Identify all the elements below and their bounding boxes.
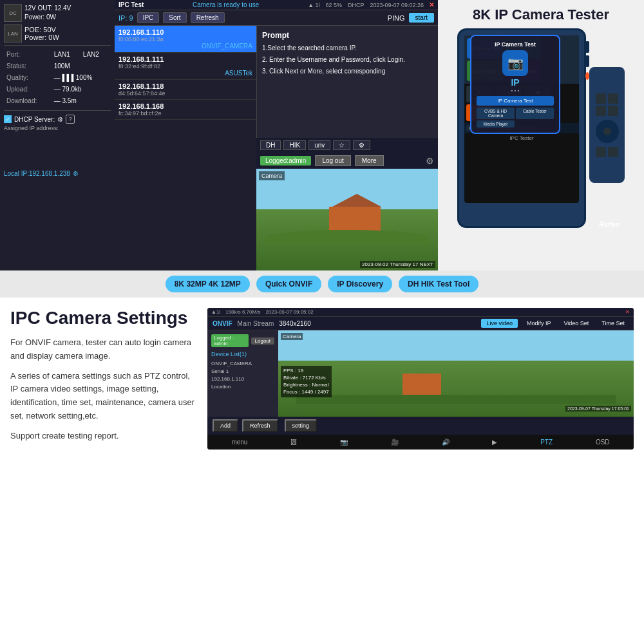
proto-gear[interactable]: ⚙ [353, 140, 370, 150]
modify-ip-btn[interactable]: Modify IP [523, 319, 555, 328]
nav-photo[interactable]: 📷 [336, 437, 352, 447]
btn-5[interactable] [596, 147, 606, 157]
logout-button[interactable]: Log out [315, 155, 350, 166]
onvif-datarate: 198k/s 6.70M/s [225, 309, 260, 315]
logout-tag[interactable]: Logout [251, 337, 274, 345]
btn-6[interactable] [608, 147, 618, 157]
badge-dh-hik[interactable]: DH HIK Test Tool [399, 276, 478, 292]
main-content: 192.168.1.110 f0:00:00:ec:21:3a ONVIF_CA… [115, 26, 438, 270]
camera-item-3[interactable]: 192.168.1.118 d4:5d:64:57:84:4e [115, 80, 256, 100]
status-val: 100M [53, 61, 109, 71]
nav-video[interactable]: 🎥 [387, 437, 402, 447]
device-list-title: Device List(1) [211, 351, 274, 357]
device-entry-2: Serial 1 [211, 368, 274, 375]
lan1-val: LAN1 [53, 50, 80, 60]
onvif-stream-label: Main Stream [238, 320, 274, 327]
refresh-button[interactable]: Refresh [191, 12, 225, 23]
time-set-btn[interactable]: Time Set [598, 319, 629, 328]
popup-cvbs[interactable]: CVBS & HD Camera [477, 108, 515, 119]
device-mockup-wrapper: IP Camera Test CVBS & HD Camera Cable Te… [457, 28, 625, 234]
btn-4[interactable] [608, 106, 618, 116]
help-icon[interactable]: ? [66, 115, 75, 124]
btn-3[interactable] [596, 106, 606, 116]
prompt-panel: Prompt 1.Select the searched camera IP. … [256, 26, 438, 138]
camera-list: 192.168.1.110 f0:00:00:ec:21:3a ONVIF_CA… [115, 26, 256, 270]
bottom-left-text: IPC Camera Settings For ONVIF camera, te… [10, 308, 197, 450]
bitrate-val: Bitrate : 7172 Kb/s [283, 374, 329, 381]
badge-onvif[interactable]: Quick ONVIF [256, 276, 321, 292]
popup-cable[interactable]: Cable Tester [516, 108, 554, 119]
btn-1[interactable] [596, 93, 606, 104]
settings-icon-btn[interactable]: ⚙ [426, 156, 434, 166]
bottom-section-title: IPC Camera Settings [10, 308, 197, 328]
nav-menu[interactable]: menu [227, 437, 251, 447]
refresh-button-bottom[interactable]: Refresh [242, 419, 278, 432]
ipc-button[interactable]: IPC [137, 12, 160, 23]
onvif-datetime: 2023-09-07 09:05:02 [265, 309, 313, 315]
button-grid [596, 93, 618, 116]
logged-tag: Logged : admin [211, 334, 249, 347]
lan2-val: LAN2 [82, 50, 109, 60]
close-button[interactable]: ✕ [429, 1, 434, 8]
onvif-top-bar: ONVIF Main Stream 3840x2160 Live video M… [207, 317, 634, 330]
nav-image[interactable]: 🖼 [287, 437, 301, 447]
badge-8k[interactable]: 8K 32MP 4K 12MP [166, 276, 250, 292]
download-val: 3.5m [62, 97, 77, 104]
logged-row: Logged : admin Logout [211, 334, 274, 347]
local-gear-icon[interactable]: ⚙ [73, 170, 79, 177]
proto-hik[interactable]: HIK [283, 140, 306, 150]
ping-label: PING [388, 14, 405, 22]
button-grid-2 [596, 147, 618, 157]
camera-item-4[interactable]: 192.168.1.168 fc:34:97:bd:cf:2e [115, 100, 256, 120]
add-button[interactable]: Add [213, 419, 238, 432]
nav-audio[interactable]: 🔊 [438, 437, 453, 447]
video-set-btn[interactable]: Video Set [560, 319, 592, 328]
joystick-panel [589, 67, 625, 183]
camera-item-1[interactable]: 192.168.1.110 f0:00:00:ec:21:3a ONVIF_CA… [115, 26, 256, 53]
nav-osd[interactable]: OSD [592, 437, 614, 447]
gear-icon[interactable]: ⚙ [57, 116, 63, 123]
onvif-camera-label: Camera [281, 333, 303, 340]
building-roof [332, 194, 381, 207]
popup-media[interactable]: Media Player [477, 120, 515, 128]
device-entry-4: Location [211, 383, 274, 391]
ipc-toolbar: IP: 9 IPC Sort Refresh PING start [115, 10, 438, 26]
sort-button[interactable]: Sort [163, 12, 186, 23]
badge-ip-discovery[interactable]: IP Discovery [328, 276, 392, 292]
protocol-bar: DH HIK unv ☆ ⚙ [256, 138, 438, 153]
side-btn-1[interactable] [585, 41, 589, 53]
d-pad[interactable] [596, 120, 619, 143]
onvif-status-bar: ▲1l 198k/s 6.70M/s 2023-09-07 09:05:02 ✕ [207, 308, 634, 317]
local-ip-label: Local IP:192.168.1.238 [4, 170, 70, 177]
power2-label: Power: 0W [24, 33, 59, 41]
onvif-camera-view: Camera FPS : 19 Bitrate : 7172 Kb/s Brig… [278, 330, 634, 417]
ip-num: IP: 9 [118, 14, 133, 22]
proto-dh[interactable]: DH [260, 140, 281, 150]
d-pad-center[interactable] [603, 128, 611, 135]
quality-val: — ▌▌▌100% [53, 73, 109, 83]
power1-label: Power: 0W [24, 13, 71, 22]
onvif-close-btn[interactable]: ✕ [625, 309, 630, 315]
download-label: Download: [5, 96, 52, 106]
focus-val: Focus : 1449 / 2497 [283, 388, 329, 395]
setting-button[interactable]: setting [285, 419, 317, 432]
dhcp-checkbox[interactable]: ✓ [4, 115, 12, 123]
side-btn-2[interactable] [585, 55, 589, 67]
live-video-btn[interactable]: Live video [481, 319, 518, 328]
onvif-screen: ▲1l 198k/s 6.70M/s 2023-09-07 09:05:02 ✕… [207, 308, 634, 450]
right-panel: 8K IP Camera Tester IP Camera Test CVBS … [438, 0, 644, 270]
nav-play[interactable]: ▶ [488, 437, 501, 447]
device-entry-1: ONVIF_CAMERA [211, 360, 274, 368]
start-button[interactable]: start [409, 13, 434, 23]
proto-unv[interactable]: unv [308, 140, 330, 150]
action-bar: Logged:admin Log out More ⚙ [256, 153, 438, 169]
ip-camera-popup: IP Camera Test 📷 IP • • • IP Camera Test… [470, 35, 560, 134]
signal-info: ▲ 1l 62 5% DHCP 2023-09-07 09:02:26 [308, 2, 424, 8]
nav-ptz[interactable]: PTZ [536, 437, 556, 447]
onvif-title: ONVIF [213, 320, 232, 327]
btn-2[interactable] [608, 93, 618, 104]
app-title: IPC Test [118, 1, 144, 8]
camera-item-2[interactable]: 192.168.1.111 f8:32:e4:9f:df:82 ASUSTek [115, 53, 256, 80]
more-button[interactable]: More [355, 155, 384, 166]
proto-star[interactable]: ☆ [333, 140, 350, 150]
